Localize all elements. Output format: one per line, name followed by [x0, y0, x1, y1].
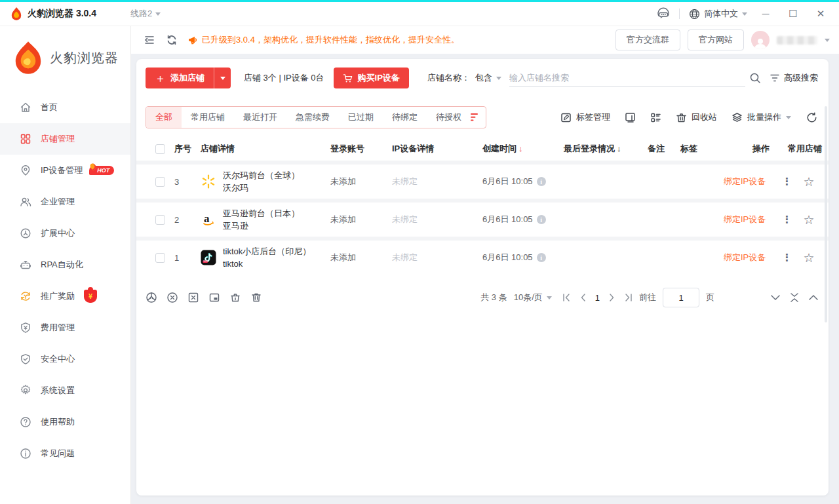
close-square-icon[interactable]	[187, 292, 199, 303]
next-page-button[interactable]	[609, 294, 615, 301]
reload-list-icon[interactable]	[806, 111, 818, 124]
store-search-input[interactable]	[509, 69, 745, 87]
store-ip-counts: 店铺 3个 | IP设备 0台	[244, 72, 324, 84]
header-favorite: 常用店铺	[781, 143, 829, 155]
row-no: 1	[165, 253, 195, 263]
advanced-search-button[interactable]: 高级搜索	[770, 72, 818, 84]
table-row[interactable]: 3 沃尔玛前台（全球） 沃尔玛 未添加 未绑定 6月6日 10:05i	[136, 165, 829, 199]
plus-icon: ＋	[155, 73, 166, 84]
tab-recent[interactable]: 最近打开	[234, 107, 286, 128]
search-icon[interactable]	[749, 72, 761, 84]
bind-ip-link[interactable]: 绑定IP设备	[724, 176, 766, 187]
language-selector[interactable]: 简体中文	[689, 8, 747, 20]
avatar[interactable]	[751, 31, 770, 49]
bind-ip-link[interactable]: 绑定IP设备	[724, 252, 766, 263]
tab-frequent[interactable]: 常用店铺	[182, 107, 234, 128]
scrollbar-track[interactable]	[825, 106, 827, 322]
tab-unauthorized[interactable]: 待授权	[427, 107, 471, 128]
search-mode-value: 包含	[475, 72, 492, 84]
more-actions-icon[interactable]: ⋮	[779, 252, 794, 263]
sidebar-item-rpa[interactable]: RPA自动化	[0, 249, 130, 281]
delete-icon[interactable]	[250, 292, 262, 303]
chevron-up-icon[interactable]	[809, 295, 818, 300]
tab-expired[interactable]: 已过期	[339, 107, 383, 128]
line-selector[interactable]: 线路2	[130, 8, 161, 20]
header-created-sort[interactable]: 创建时间↓	[476, 143, 557, 155]
select-all-checkbox[interactable]	[155, 144, 165, 154]
search-mode-select[interactable]: 包含	[475, 72, 501, 84]
robot-icon	[20, 259, 31, 271]
header-note: 备注	[641, 143, 674, 155]
official-group-button[interactable]: 官方交流群	[615, 29, 680, 50]
row-checkbox[interactable]	[155, 215, 165, 225]
prev-page-button[interactable]	[580, 294, 586, 301]
sort-bars-icon[interactable]	[471, 113, 480, 121]
chevron-down-icon[interactable]	[825, 39, 830, 42]
add-store-button[interactable]: ＋ 添加店铺	[146, 68, 214, 88]
tab-unbound[interactable]: 待绑定	[383, 107, 427, 128]
sidebar-item-settings[interactable]: 系统设置	[0, 375, 130, 406]
bind-ip-link[interactable]: 绑定IP设备	[724, 214, 766, 225]
cart-icon	[343, 73, 353, 83]
sidebar-item-faq[interactable]: 常见问题	[0, 438, 130, 469]
chevron-down-icon	[742, 12, 747, 16]
minimize-button[interactable]: ─	[756, 5, 775, 23]
globe-icon	[689, 9, 700, 20]
collapse-sidebar-icon[interactable]	[143, 33, 156, 47]
table-row[interactable]: 2 a 亚马逊前台（日本） 亚马逊 未添加 未绑定 6月6日 10:05i	[136, 203, 829, 237]
header-last-login-sort[interactable]: 最后登录情况↓	[557, 143, 641, 155]
info-icon[interactable]: i	[537, 253, 546, 262]
sidebar-item-enterprise[interactable]: 企业管理	[0, 186, 130, 218]
sidebar-item-security[interactable]: 安全中心	[0, 343, 130, 375]
row-checkbox[interactable]	[155, 253, 165, 263]
tag-manage-button[interactable]: 标签管理	[560, 111, 610, 123]
batch-operations-button[interactable]: 批量操作	[732, 111, 791, 123]
home-icon	[20, 102, 31, 113]
first-page-button[interactable]	[562, 294, 571, 301]
sidebar-item-billing[interactable]: 费用管理	[0, 312, 130, 343]
recycle-bin-button[interactable]: 回收站	[676, 111, 717, 123]
trash-lid-icon[interactable]	[229, 292, 241, 303]
current-page[interactable]: 1	[595, 293, 600, 303]
close-button[interactable]: ✕	[811, 5, 830, 23]
more-actions-icon[interactable]: ⋮	[779, 176, 794, 187]
created-time: 6月6日 10:05	[482, 214, 533, 225]
add-store-dropdown-button[interactable]	[214, 68, 231, 88]
extension-icon	[20, 227, 31, 239]
table-row[interactable]: 1 TikTok tiktok小店后台（印尼） tiktok 未添加 未绑定 6…	[136, 241, 829, 275]
goto-page-input[interactable]	[663, 288, 699, 307]
fission-icon[interactable]	[146, 292, 157, 303]
maximize-button[interactable]: ☐	[784, 5, 802, 23]
svg-text:a: a	[204, 212, 210, 225]
more-actions-icon[interactable]: ⋮	[779, 214, 794, 225]
tab-all[interactable]: 全部	[146, 107, 182, 128]
sidebar-item-help[interactable]: 使用帮助	[0, 406, 130, 438]
header-tag: 标签	[674, 143, 724, 155]
username-redacted[interactable]	[777, 36, 817, 45]
sidebar-item-store-management[interactable]: 店铺管理	[0, 123, 130, 155]
sidebar-item-label: 推广奖励	[41, 290, 75, 302]
chevron-down-icon[interactable]	[771, 295, 780, 300]
info-icon[interactable]: i	[537, 177, 546, 186]
buy-ip-button[interactable]: 购买IP设备	[334, 68, 409, 88]
sidebar-item-ip-devices[interactable]: IP设备管理 HOT	[0, 155, 130, 186]
card-view-icon[interactable]	[625, 112, 636, 123]
refresh-icon[interactable]	[165, 33, 178, 47]
window-snapshot-icon[interactable]	[208, 292, 220, 303]
sidebar-item-label: 企业管理	[41, 196, 75, 208]
close-circle-icon[interactable]	[166, 292, 178, 303]
page-size-select[interactable]: 10条/页	[514, 292, 552, 303]
sidebar-item-home[interactable]: 首页	[0, 92, 130, 123]
fee-shield-icon	[20, 322, 31, 334]
last-page-button[interactable]	[624, 294, 633, 301]
info-icon[interactable]: i	[537, 215, 546, 224]
support-chat-icon[interactable]	[657, 7, 670, 20]
tab-renewal[interactable]: 急需续费	[286, 107, 339, 128]
sidebar-item-rewards[interactable]: 推广奖励 ¥	[0, 281, 130, 312]
row-checkbox[interactable]	[155, 177, 165, 187]
megaphone-icon	[187, 35, 198, 45]
list-view-icon[interactable]	[650, 112, 661, 123]
sidebar-item-extensions[interactable]: 扩展中心	[0, 218, 130, 249]
official-site-button[interactable]: 官方网站	[688, 29, 744, 50]
collapse-vertical-icon[interactable]	[790, 293, 798, 302]
